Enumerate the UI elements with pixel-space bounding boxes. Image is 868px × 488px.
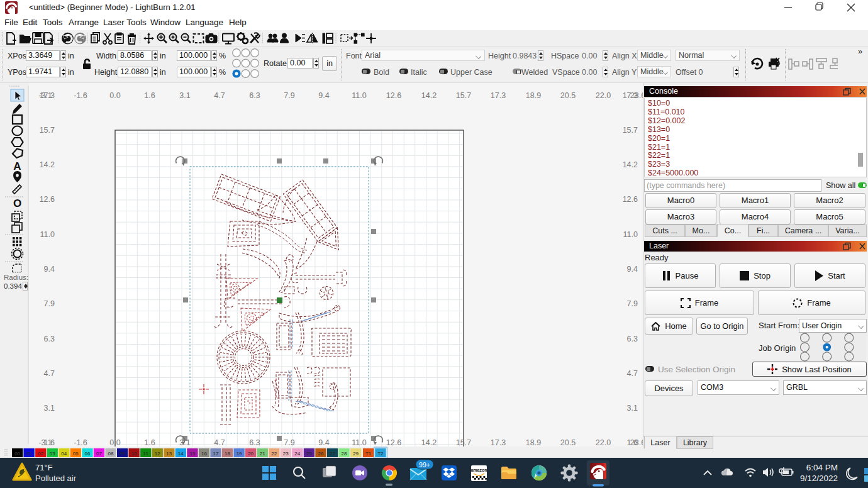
svg-text:20.5: 20.5 (560, 438, 576, 447)
svg-text:26: 26 (318, 451, 323, 457)
svg-text:1.6: 1.6 (144, 91, 155, 100)
svg-text:11.0: 11.0 (352, 438, 366, 447)
svg-text:03: 03 (50, 451, 55, 457)
svg-text:9.4: 9.4 (44, 265, 55, 274)
svg-text:O: O (13, 197, 21, 209)
svg-text:12.6: 12.6 (386, 91, 401, 100)
svg-text:15.7: 15.7 (456, 91, 471, 100)
svg-text:00: 00 (14, 451, 20, 457)
svg-text:7.9: 7.9 (284, 438, 294, 447)
svg-text:22: 22 (271, 451, 277, 457)
svg-text:12: 12 (155, 451, 160, 457)
svg-text:06: 06 (84, 451, 90, 457)
svg-text:14: 14 (178, 451, 184, 457)
svg-text:4.7: 4.7 (627, 369, 638, 378)
svg-text:3.1: 3.1 (627, 404, 638, 413)
svg-text:23: 23 (283, 451, 289, 457)
svg-text:9.4: 9.4 (318, 438, 329, 447)
svg-text:-1.6: -1.6 (74, 91, 87, 100)
svg-text:amazon: amazon (470, 468, 487, 472)
svg-text:04: 04 (61, 451, 67, 457)
svg-text:07: 07 (96, 451, 102, 457)
svg-text:11.0: 11.0 (352, 91, 366, 100)
svg-text:16: 16 (201, 451, 207, 457)
svg-text:01: 01 (26, 451, 32, 457)
svg-text:Polluted air: Polluted air (35, 474, 77, 483)
svg-text:17: 17 (213, 451, 219, 457)
svg-text:14.2: 14.2 (421, 438, 437, 447)
svg-text:3.1: 3.1 (44, 404, 55, 413)
svg-text:A: A (13, 160, 21, 172)
svg-text:12.6: 12.6 (40, 195, 55, 204)
svg-text:27: 27 (330, 451, 335, 457)
svg-text:24: 24 (294, 451, 300, 457)
svg-text:-1.6: -1.6 (74, 438, 87, 447)
svg-text:12.6: 12.6 (386, 438, 401, 447)
svg-text:7.9: 7.9 (627, 299, 638, 308)
svg-text:17.3: 17.3 (40, 91, 55, 100)
svg-text:99+: 99+ (419, 461, 430, 469)
svg-text:T1: T1 (365, 451, 372, 457)
svg-text:20: 20 (248, 451, 253, 457)
svg-text:22.0: 22.0 (596, 91, 611, 100)
svg-text:7.9: 7.9 (284, 91, 294, 100)
svg-text:0.0: 0.0 (109, 438, 120, 447)
svg-text:T2: T2 (377, 451, 384, 457)
svg-text:15.7: 15.7 (40, 126, 55, 135)
svg-text:14.2: 14.2 (421, 91, 437, 100)
svg-text:22.0: 22.0 (596, 438, 611, 447)
svg-text:14.2: 14.2 (623, 160, 638, 169)
svg-text:7.9: 7.9 (44, 299, 55, 308)
svg-text:9/12/2022: 9/12/2022 (800, 474, 838, 483)
svg-text:18: 18 (225, 451, 230, 457)
svg-text:11.0: 11.0 (40, 230, 55, 239)
svg-text:12.6: 12.6 (623, 195, 638, 204)
svg-text:17.3: 17.3 (623, 91, 638, 100)
svg-text:11: 11 (143, 451, 149, 457)
svg-text:9.4: 9.4 (318, 91, 329, 100)
svg-text:3.1: 3.1 (179, 91, 190, 100)
svg-text:1.6: 1.6 (44, 438, 55, 447)
svg-text:29: 29 (353, 451, 359, 457)
svg-text:17.3: 17.3 (491, 438, 506, 447)
svg-text:25: 25 (306, 451, 312, 457)
svg-text:08: 08 (108, 451, 114, 457)
svg-text:05: 05 (73, 451, 79, 457)
svg-text:0.0: 0.0 (109, 91, 120, 100)
svg-text:09: 09 (120, 451, 125, 457)
svg-text:28: 28 (342, 451, 347, 457)
svg-text:20.5: 20.5 (560, 91, 576, 100)
svg-text:4.7: 4.7 (44, 369, 55, 378)
svg-text:4.7: 4.7 (214, 91, 225, 100)
svg-text:71°F: 71°F (35, 463, 53, 472)
svg-text:4.7: 4.7 (214, 438, 225, 447)
svg-text:17.3: 17.3 (491, 91, 506, 100)
svg-text:1.6: 1.6 (144, 438, 155, 447)
svg-text:6.3: 6.3 (249, 438, 260, 447)
svg-text:18.9: 18.9 (526, 91, 541, 100)
svg-text:6.3: 6.3 (249, 91, 260, 100)
svg-text:6.3: 6.3 (44, 335, 55, 343)
svg-text:9.4: 9.4 (627, 265, 638, 274)
svg-text:21: 21 (260, 451, 265, 457)
svg-text:6:04 PM: 6:04 PM (806, 463, 838, 472)
svg-text:13: 13 (166, 451, 172, 457)
svg-text:15.7: 15.7 (623, 126, 638, 135)
svg-text:02: 02 (38, 451, 43, 457)
svg-text:15.7: 15.7 (456, 438, 471, 447)
svg-text:11.0: 11.0 (623, 230, 638, 239)
svg-text:19: 19 (236, 451, 242, 457)
svg-text:6.3: 6.3 (627, 335, 638, 343)
svg-text:15: 15 (189, 451, 195, 457)
svg-text:18.9: 18.9 (526, 438, 541, 447)
svg-text:10: 10 (131, 451, 137, 457)
svg-text:14.2: 14.2 (40, 160, 55, 169)
svg-text:1.6: 1.6 (627, 438, 638, 447)
